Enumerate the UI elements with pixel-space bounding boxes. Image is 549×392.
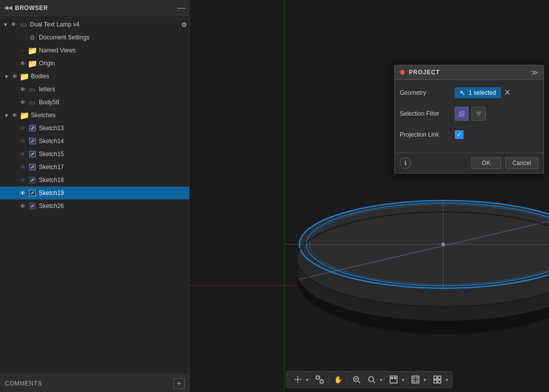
svg-line-36 xyxy=(373,381,375,383)
dialog-footer: ℹ OK Cancel xyxy=(395,153,544,173)
cursor-icon: ↖ xyxy=(460,89,466,97)
filter-active-button[interactable] xyxy=(455,107,469,121)
separator-6 xyxy=(428,375,429,385)
sketch15-icon xyxy=(28,150,37,159)
tree-container: ▼ 👁 ▭ Dual Text Lamp v4 ⚙ · ⚙ Document S… xyxy=(0,16,189,374)
eye-sketch13[interactable]: 👁 xyxy=(18,125,27,131)
bodies-folder-icon: 📁 xyxy=(20,72,29,81)
ok-button[interactable]: OK xyxy=(471,157,501,169)
viewport-toolbar: ▾ ✋ ▾ ▾ ▾ ▾ xyxy=(286,371,453,388)
display-mode-button[interactable] xyxy=(387,374,401,386)
geometry-content: ↖ 1 selected ✕ xyxy=(455,87,539,98)
origin-label: Origin xyxy=(39,60,55,67)
zoom-button[interactable] xyxy=(365,374,379,386)
sketch19-icon xyxy=(28,189,37,197)
selection-filter-content xyxy=(455,107,539,121)
eye-origin[interactable]: 👁 xyxy=(18,60,27,66)
tree-item-origin[interactable]: 👁 📁 Origin xyxy=(0,57,189,70)
tree-item-sketch13[interactable]: 👁 Sketch13 xyxy=(0,122,189,135)
tree-item-named-views[interactable]: · 📁 Named Views xyxy=(0,44,189,57)
tree-root-item[interactable]: ▼ 👁 ▭ Dual Text Lamp v4 ⚙ xyxy=(0,18,189,31)
eye-sketch14[interactable]: 👁 xyxy=(18,138,27,144)
main-viewport: ▾ ✋ ▾ ▾ ▾ ▾ xyxy=(190,0,549,392)
cancel-button[interactable]: Cancel xyxy=(505,157,539,169)
tree-item-sketch18[interactable]: 👁 Sketch18 xyxy=(0,174,189,187)
separator-2 xyxy=(329,375,329,385)
info-button[interactable]: ℹ xyxy=(400,158,411,169)
add-comment-button[interactable]: + xyxy=(174,378,185,389)
body58-icon: ▭ xyxy=(28,98,37,107)
svg-rect-39 xyxy=(394,377,396,379)
svg-rect-9 xyxy=(190,0,549,392)
sketch17-icon xyxy=(28,163,37,172)
more-button[interactable] xyxy=(431,374,445,386)
pan-tool-button[interactable]: ✋ xyxy=(331,374,345,386)
selection-filter-label: Selection Filter xyxy=(400,110,455,117)
tree-item-doc-settings[interactable]: · ⚙ Document Settings xyxy=(0,31,189,44)
expand-root-icon[interactable]: ▼ xyxy=(2,22,9,27)
settings-icon[interactable]: ⚙ xyxy=(181,21,187,28)
move-tool-arrow: ▾ xyxy=(306,377,308,383)
expand-bodies-icon[interactable]: ▼ xyxy=(3,74,10,79)
fit-view-button[interactable] xyxy=(313,374,327,386)
eye-sketch15[interactable]: 👁 xyxy=(18,151,27,157)
sketch15-label: Sketch15 xyxy=(39,151,64,158)
tree-item-sketch17[interactable]: 👁 Sketch17 xyxy=(0,161,189,174)
tree-item-sketch26[interactable]: 👁 Sketch26 xyxy=(0,199,189,212)
sketches-folder-icon: 📁 xyxy=(20,111,29,120)
tree-item-bodies[interactable]: ▼ 👁 📁 Bodies xyxy=(0,70,189,83)
sketch17-label: Sketch17 xyxy=(39,164,64,171)
projection-link-checkbox[interactable] xyxy=(455,130,464,139)
tree-item-sketch15[interactable]: 👁 Sketch15 xyxy=(0,148,189,161)
display-arrow: ▾ xyxy=(402,377,404,383)
eye-sketch19[interactable]: 👁 xyxy=(18,190,27,196)
tree-item-body58[interactable]: 👁 ▭ Body58 xyxy=(0,96,189,109)
root-label: Dual Text Lamp v4 xyxy=(30,21,79,28)
sketch18-label: Sketch18 xyxy=(39,177,64,184)
tree-item-sketch14[interactable]: 👁 Sketch14 xyxy=(0,135,189,148)
sketch19-label: Sketch19 xyxy=(39,190,64,196)
geometry-value: 1 selected xyxy=(469,89,496,96)
clear-geometry-button[interactable]: ✕ xyxy=(504,89,511,97)
tree-item-letters[interactable]: 👁 ▭ letters xyxy=(0,83,189,96)
separator-4 xyxy=(384,375,385,385)
grid-button[interactable] xyxy=(409,374,423,386)
body58-label: Body58 xyxy=(39,99,59,106)
expand-sketches-icon[interactable]: ▼ xyxy=(3,113,10,118)
svg-point-26 xyxy=(297,379,299,381)
sketch26-icon xyxy=(28,201,37,210)
svg-rect-47 xyxy=(434,380,437,383)
tree-item-sketch19[interactable]: 👁 Sketch19 xyxy=(0,187,189,199)
eye-sketch17[interactable]: 👁 xyxy=(18,164,27,170)
eye-bodies[interactable]: 👁 xyxy=(10,73,19,79)
root-folder-icon: ▭ xyxy=(19,20,28,29)
svg-rect-46 xyxy=(438,376,441,379)
separator-5 xyxy=(406,375,407,385)
sketch14-icon xyxy=(28,137,37,146)
selection-filter-row: Selection Filter xyxy=(400,106,539,122)
sketches-label: Sketches xyxy=(31,112,55,119)
collapse-icon[interactable]: ◀◀ xyxy=(4,4,12,11)
eye-letters[interactable]: 👁 xyxy=(18,86,27,92)
svg-rect-55 xyxy=(476,112,481,113)
browser-title: BROWSER xyxy=(15,4,177,11)
filter-inactive-button[interactable] xyxy=(472,107,486,121)
project-dialog: PROJECT ≫ Geometry ↖ 1 selected ✕ Select… xyxy=(394,65,544,174)
geometry-selected-badge[interactable]: ↖ 1 selected xyxy=(455,87,501,98)
eye-sketch18[interactable]: 👁 xyxy=(18,177,27,183)
eye-doc-settings[interactable]: · xyxy=(18,34,27,40)
eye-body58[interactable]: 👁 xyxy=(18,99,27,105)
zoom-fit-button[interactable] xyxy=(350,374,364,386)
eye-root-icon[interactable]: 👁 xyxy=(9,21,18,27)
eye-sketches[interactable]: 👁 xyxy=(10,112,19,118)
minimize-icon[interactable]: — xyxy=(177,3,185,12)
dialog-title: PROJECT xyxy=(409,69,531,76)
svg-rect-28 xyxy=(320,380,323,383)
grid-arrow: ▾ xyxy=(424,377,426,383)
eye-sketch26[interactable]: 👁 xyxy=(18,203,27,209)
tree-item-sketches[interactable]: ▼ 👁 📁 Sketches xyxy=(0,109,189,122)
eye-named-views[interactable]: · xyxy=(18,47,27,53)
svg-rect-27 xyxy=(316,376,319,379)
move-tool-button[interactable] xyxy=(291,374,305,386)
dialog-expand-icon[interactable]: ≫ xyxy=(531,68,539,76)
